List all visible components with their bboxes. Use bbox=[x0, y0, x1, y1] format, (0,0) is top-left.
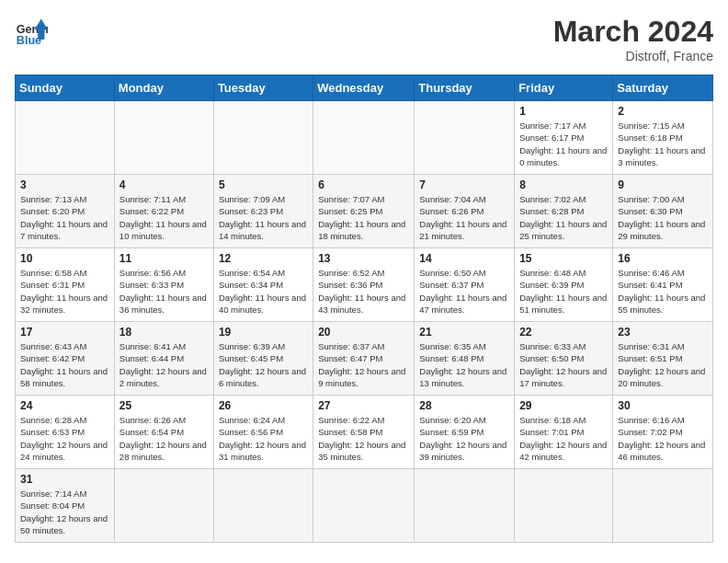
calendar-cell: 1Sunrise: 7:17 AM Sunset: 6:17 PM Daylig… bbox=[515, 101, 613, 175]
day-number: 29 bbox=[519, 399, 608, 412]
day-number: 27 bbox=[318, 399, 409, 412]
calendar-cell: 13Sunrise: 6:52 AM Sunset: 6:36 PM Dayli… bbox=[313, 248, 415, 322]
day-info: Sunrise: 7:00 AM Sunset: 6:30 PM Dayligh… bbox=[618, 193, 708, 242]
weekday-header-wednesday: Wednesday bbox=[313, 75, 415, 101]
calendar-cell: 7Sunrise: 7:04 AM Sunset: 6:26 PM Daylig… bbox=[415, 175, 515, 248]
day-info: Sunrise: 6:33 AM Sunset: 6:50 PM Dayligh… bbox=[519, 340, 608, 389]
weekday-header-friday: Friday bbox=[515, 75, 613, 101]
calendar-cell bbox=[613, 469, 713, 543]
day-number: 15 bbox=[519, 252, 608, 265]
calendar-cell: 5Sunrise: 7:09 AM Sunset: 6:23 PM Daylig… bbox=[213, 175, 313, 248]
weekday-header-monday: Monday bbox=[114, 75, 213, 101]
day-info: Sunrise: 6:24 AM Sunset: 6:56 PM Dayligh… bbox=[219, 414, 308, 463]
day-info: Sunrise: 7:07 AM Sunset: 6:25 PM Dayligh… bbox=[318, 193, 409, 242]
day-number: 10 bbox=[20, 252, 109, 265]
calendar-cell bbox=[114, 469, 213, 543]
weekday-header-tuesday: Tuesday bbox=[213, 75, 313, 101]
calendar-cell bbox=[213, 101, 313, 175]
calendar-cell: 14Sunrise: 6:50 AM Sunset: 6:37 PM Dayli… bbox=[415, 248, 515, 322]
calendar-week-5: 24Sunrise: 6:28 AM Sunset: 6:53 PM Dayli… bbox=[16, 396, 713, 469]
day-number: 30 bbox=[618, 399, 708, 412]
day-info: Sunrise: 7:11 AM Sunset: 6:22 PM Dayligh… bbox=[119, 193, 209, 242]
day-info: Sunrise: 6:41 AM Sunset: 6:44 PM Dayligh… bbox=[119, 340, 209, 389]
calendar-table: SundayMondayTuesdayWednesdayThursdayFrid… bbox=[15, 75, 713, 543]
day-info: Sunrise: 6:52 AM Sunset: 6:36 PM Dayligh… bbox=[318, 267, 409, 316]
calendar-week-1: 1Sunrise: 7:17 AM Sunset: 6:17 PM Daylig… bbox=[16, 101, 713, 175]
calendar-cell bbox=[313, 101, 415, 175]
day-info: Sunrise: 6:20 AM Sunset: 6:59 PM Dayligh… bbox=[419, 414, 509, 463]
logo-icon: General Blue bbox=[15, 15, 48, 48]
day-number: 4 bbox=[119, 178, 209, 191]
calendar-cell: 30Sunrise: 6:16 AM Sunset: 7:02 PM Dayli… bbox=[613, 396, 713, 469]
logo: General Blue bbox=[15, 15, 48, 48]
calendar-cell: 29Sunrise: 6:18 AM Sunset: 7:01 PM Dayli… bbox=[515, 396, 613, 469]
weekday-header-thursday: Thursday bbox=[415, 75, 515, 101]
day-info: Sunrise: 6:37 AM Sunset: 6:47 PM Dayligh… bbox=[318, 340, 409, 389]
calendar-week-2: 3Sunrise: 7:13 AM Sunset: 6:20 PM Daylig… bbox=[16, 175, 713, 248]
calendar-cell: 2Sunrise: 7:15 AM Sunset: 6:18 PM Daylig… bbox=[613, 101, 713, 175]
day-number: 21 bbox=[419, 326, 509, 339]
day-info: Sunrise: 7:02 AM Sunset: 6:28 PM Dayligh… bbox=[519, 193, 608, 242]
day-number: 7 bbox=[419, 178, 509, 191]
day-number: 25 bbox=[119, 399, 209, 412]
day-info: Sunrise: 6:39 AM Sunset: 6:45 PM Dayligh… bbox=[219, 340, 308, 389]
day-info: Sunrise: 6:58 AM Sunset: 6:31 PM Dayligh… bbox=[20, 267, 109, 316]
calendar-cell: 20Sunrise: 6:37 AM Sunset: 6:47 PM Dayli… bbox=[313, 322, 415, 396]
day-number: 18 bbox=[119, 326, 209, 339]
calendar-cell: 3Sunrise: 7:13 AM Sunset: 6:20 PM Daylig… bbox=[16, 175, 115, 248]
calendar-cell: 18Sunrise: 6:41 AM Sunset: 6:44 PM Dayli… bbox=[114, 322, 213, 396]
calendar-cell bbox=[515, 469, 613, 543]
day-number: 13 bbox=[318, 252, 409, 265]
calendar-cell: 11Sunrise: 6:56 AM Sunset: 6:33 PM Dayli… bbox=[114, 248, 213, 322]
day-number: 20 bbox=[318, 326, 409, 339]
calendar-cell: 27Sunrise: 6:22 AM Sunset: 6:58 PM Dayli… bbox=[313, 396, 415, 469]
calendar-cell bbox=[313, 469, 415, 543]
day-info: Sunrise: 6:26 AM Sunset: 6:54 PM Dayligh… bbox=[119, 414, 209, 463]
calendar-cell: 4Sunrise: 7:11 AM Sunset: 6:22 PM Daylig… bbox=[114, 175, 213, 248]
svg-text:Blue: Blue bbox=[17, 34, 41, 47]
calendar-week-4: 17Sunrise: 6:43 AM Sunset: 6:42 PM Dayli… bbox=[16, 322, 713, 396]
day-info: Sunrise: 7:15 AM Sunset: 6:18 PM Dayligh… bbox=[618, 120, 708, 168]
day-info: Sunrise: 7:13 AM Sunset: 6:20 PM Dayligh… bbox=[20, 193, 109, 242]
day-number: 26 bbox=[219, 399, 308, 412]
day-number: 17 bbox=[20, 326, 109, 339]
day-info: Sunrise: 7:04 AM Sunset: 6:26 PM Dayligh… bbox=[419, 193, 509, 242]
calendar-cell: 16Sunrise: 6:46 AM Sunset: 6:41 PM Dayli… bbox=[613, 248, 713, 322]
day-number: 23 bbox=[618, 326, 708, 339]
calendar-week-3: 10Sunrise: 6:58 AM Sunset: 6:31 PM Dayli… bbox=[16, 248, 713, 322]
calendar-cell: 19Sunrise: 6:39 AM Sunset: 6:45 PM Dayli… bbox=[213, 322, 313, 396]
calendar-cell: 17Sunrise: 6:43 AM Sunset: 6:42 PM Dayli… bbox=[16, 322, 115, 396]
calendar-week-6: 31Sunrise: 7:14 AM Sunset: 8:04 PM Dayli… bbox=[16, 469, 713, 543]
day-info: Sunrise: 6:43 AM Sunset: 6:42 PM Dayligh… bbox=[20, 340, 109, 389]
day-info: Sunrise: 6:54 AM Sunset: 6:34 PM Dayligh… bbox=[219, 267, 308, 316]
day-number: 24 bbox=[20, 399, 109, 412]
calendar-cell: 22Sunrise: 6:33 AM Sunset: 6:50 PM Dayli… bbox=[515, 322, 613, 396]
weekday-header-row: SundayMondayTuesdayWednesdayThursdayFrid… bbox=[16, 75, 713, 101]
calendar-cell bbox=[415, 101, 515, 175]
day-number: 8 bbox=[519, 178, 608, 191]
day-number: 16 bbox=[618, 252, 708, 265]
calendar-cell: 23Sunrise: 6:31 AM Sunset: 6:51 PM Dayli… bbox=[613, 322, 713, 396]
day-number: 19 bbox=[219, 326, 308, 339]
day-number: 12 bbox=[219, 252, 308, 265]
calendar-cell: 25Sunrise: 6:26 AM Sunset: 6:54 PM Dayli… bbox=[114, 396, 213, 469]
day-info: Sunrise: 6:28 AM Sunset: 6:53 PM Dayligh… bbox=[20, 414, 109, 463]
title-block: March 2024 Distroff, France bbox=[553, 15, 713, 63]
day-number: 5 bbox=[219, 178, 308, 191]
location: Distroff, France bbox=[553, 49, 713, 63]
calendar-cell: 9Sunrise: 7:00 AM Sunset: 6:30 PM Daylig… bbox=[613, 175, 713, 248]
day-number: 9 bbox=[618, 178, 708, 191]
calendar-cell: 31Sunrise: 7:14 AM Sunset: 8:04 PM Dayli… bbox=[16, 469, 115, 543]
calendar-cell bbox=[415, 469, 515, 543]
day-number: 3 bbox=[20, 178, 109, 191]
day-info: Sunrise: 6:50 AM Sunset: 6:37 PM Dayligh… bbox=[419, 267, 509, 316]
month-title: March 2024 bbox=[553, 15, 713, 49]
day-number: 2 bbox=[618, 105, 708, 118]
day-number: 22 bbox=[519, 326, 608, 339]
calendar-cell: 6Sunrise: 7:07 AM Sunset: 6:25 PM Daylig… bbox=[313, 175, 415, 248]
day-info: Sunrise: 6:56 AM Sunset: 6:33 PM Dayligh… bbox=[119, 267, 209, 316]
day-info: Sunrise: 6:22 AM Sunset: 6:58 PM Dayligh… bbox=[318, 414, 409, 463]
day-number: 28 bbox=[419, 399, 509, 412]
day-number: 1 bbox=[519, 105, 608, 118]
weekday-header-sunday: Sunday bbox=[16, 75, 115, 101]
